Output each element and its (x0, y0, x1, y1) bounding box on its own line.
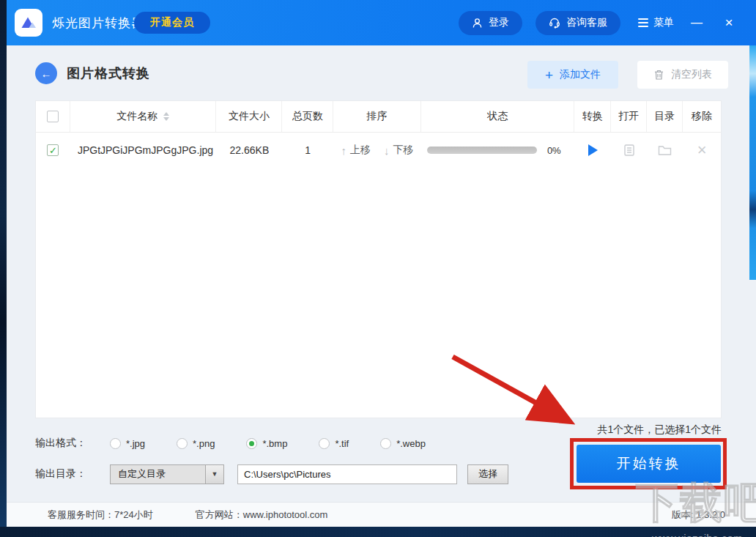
row-convert-cell (574, 144, 611, 156)
filename-header-label: 文件名称 (116, 110, 158, 123)
trash-icon (653, 69, 664, 81)
row-pages: 1 (282, 144, 333, 156)
row-checkbox-cell: ✓ (36, 144, 70, 156)
move-up-button[interactable]: ↑ 上移 (341, 144, 371, 157)
radio-dot-icon (110, 438, 121, 449)
app-logo-icon (15, 9, 42, 37)
output-directory-row: 输出目录： 自定义目录 ▼ 选择 (35, 464, 508, 484)
row-filename: JPGtJPGiJPGmJPGgJPG.jpg (70, 144, 217, 156)
user-icon (472, 18, 483, 29)
table-row: ✓ JPGtJPGiJPGmJPGgJPG.jpg 22.66KB 1 ↑ 上移… (36, 133, 721, 168)
move-up-label: 上移 (350, 144, 371, 157)
column-header-pages: 总页数 (282, 101, 333, 132)
back-button[interactable]: ← (35, 62, 57, 84)
footer: 客服服务时间：7*24小时 官方网站：www.iphototool.com 版本… (7, 502, 756, 527)
select-all-cell (36, 101, 70, 132)
add-files-label: 添加文件 (560, 68, 601, 81)
login-label: 登录 (489, 16, 509, 29)
page-title: 图片格式转换 (67, 64, 150, 82)
output-format-row: 输出格式： *.jpg *.png *.bmp *.tif (35, 434, 426, 453)
clear-list-label: 清空列表 (671, 68, 712, 81)
start-convert-button[interactable]: 开始转换 (577, 445, 721, 483)
titlebar: 烁光图片转换器 开通会员 登录 咨询客服 (7, 0, 756, 45)
radio-png-label: *.png (193, 438, 215, 449)
progress-bar (427, 147, 537, 154)
format-radio-group: *.jpg *.png *.bmp *.tif *.webp (110, 438, 426, 449)
column-header-directory: 目录 (647, 101, 683, 132)
dropdown-selected-value: 自定义目录 (111, 467, 205, 481)
column-header-filesize: 文件大小 (216, 101, 282, 132)
column-header-order: 排序 (333, 101, 421, 132)
move-down-label: 下移 (393, 144, 414, 157)
minimize-button[interactable]: — (687, 16, 706, 29)
column-header-convert: 转换 (574, 101, 611, 132)
row-status-cell: 0% (421, 145, 575, 156)
footer-website: 官方网站：www.iphototool.com (196, 508, 328, 522)
titlebar-right-group: 登录 咨询客服 菜单 — × (459, 0, 738, 45)
column-header-filename[interactable]: 文件名称 (70, 101, 217, 132)
login-button[interactable]: 登录 (459, 11, 522, 35)
clear-list-button[interactable]: 清空列表 (637, 61, 728, 89)
radio-bmp-label: *.bmp (262, 438, 287, 449)
app-title: 烁光图片转换器 (52, 0, 144, 45)
column-header-remove: 移除 (683, 101, 721, 132)
radio-webp[interactable]: *.webp (380, 438, 426, 449)
row-remove-cell: × (683, 142, 721, 158)
remove-file-button[interactable]: × (697, 142, 707, 158)
open-file-button[interactable] (623, 144, 636, 157)
output-directory-label: 输出目录： (35, 467, 103, 481)
desktop-edge-right (749, 45, 756, 280)
desktop-edge-bottom (0, 527, 756, 537)
move-down-button[interactable]: ↓ 下移 (384, 144, 414, 157)
add-files-button[interactable]: + 添加文件 (527, 61, 618, 89)
row-directory-cell (647, 144, 683, 157)
page-header: ← 图片格式转换 + 添加文件 清空列表 (35, 62, 728, 93)
sort-icon[interactable] (163, 112, 169, 121)
row-filesize: 22.66KB (217, 144, 283, 156)
progress-percent: 0% (547, 145, 561, 156)
output-format-label: 输出格式： (35, 437, 103, 450)
radio-dot-icon (177, 438, 188, 449)
menu-label: 菜单 (653, 16, 674, 29)
radio-bmp[interactable]: *.bmp (246, 438, 287, 449)
radio-dot-icon (380, 438, 391, 449)
radio-tif[interactable]: *.tif (319, 438, 349, 449)
open-folder-button[interactable] (658, 144, 672, 157)
arrow-up-icon: ↑ (341, 144, 347, 157)
output-path-input[interactable] (237, 464, 457, 484)
column-header-open: 打开 (611, 101, 647, 132)
choose-directory-button[interactable]: 选择 (467, 464, 508, 484)
radio-jpg-label: *.jpg (126, 438, 145, 449)
main-content: ← 图片格式转换 + 添加文件 清空列表 (7, 45, 756, 527)
convert-play-button[interactable] (588, 144, 598, 156)
radio-tif-label: *.tif (335, 438, 349, 449)
desktop-edge-left (0, 0, 7, 537)
radio-dot-icon (319, 438, 330, 449)
radio-dot-icon (246, 438, 257, 449)
select-all-checkbox[interactable] (47, 111, 59, 122)
customer-service-button[interactable]: 咨询客服 (536, 11, 620, 35)
footer-version: 版本: 1.3.2.0 (672, 508, 725, 522)
directory-mode-dropdown[interactable]: 自定义目录 ▼ (110, 464, 224, 484)
document-icon (623, 144, 636, 157)
customer-service-label: 咨询客服 (566, 16, 607, 29)
vip-upgrade-button[interactable]: 开通会员 (134, 12, 210, 34)
menu-button[interactable]: 菜单 (638, 16, 674, 29)
radio-webp-label: *.webp (396, 438, 426, 449)
radio-jpg[interactable]: *.jpg (110, 438, 145, 449)
chevron-down-icon: ▼ (205, 465, 223, 484)
radio-png[interactable]: *.png (177, 438, 215, 449)
arrow-down-icon: ↓ (384, 144, 390, 157)
headset-icon (549, 17, 560, 29)
app-window: 烁光图片转换器 开通会员 登录 咨询客服 (0, 0, 756, 537)
close-button[interactable]: × (719, 15, 738, 31)
file-table: 文件名称 文件大小 总页数 排序 状态 转换 打开 目录 移除 ✓ JPGtJP… (35, 100, 722, 418)
file-count-summary: 共1个文件，已选择1个文件 (597, 423, 722, 437)
hamburger-icon (638, 16, 648, 29)
row-checkbox[interactable]: ✓ (47, 144, 59, 156)
row-open-cell (611, 144, 647, 157)
footer-service-hours: 客服服务时间：7*24小时 (48, 508, 153, 522)
table-header-row: 文件名称 文件大小 总页数 排序 状态 转换 打开 目录 移除 (36, 101, 721, 133)
column-header-status: 状态 (421, 101, 575, 132)
row-order-cell: ↑ 上移 ↓ 下移 (333, 144, 421, 157)
